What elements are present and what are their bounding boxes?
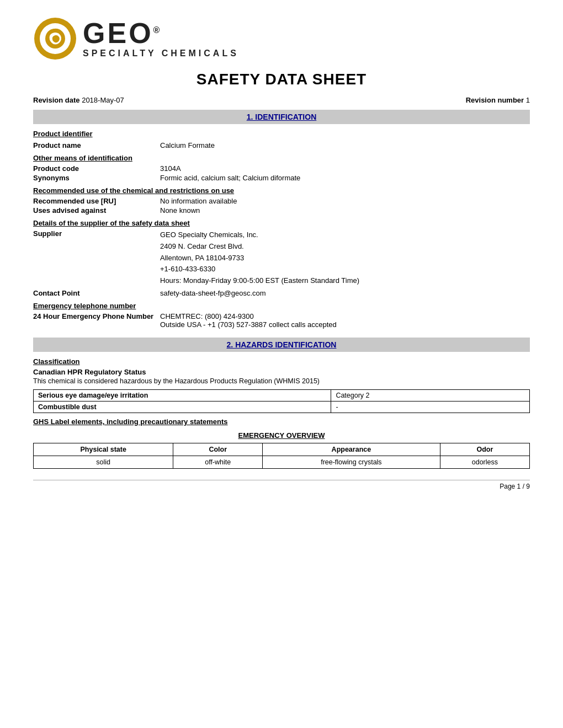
property-data-cell: off-white [173,456,263,468]
property-header-cell: Physical state [34,443,173,456]
document-title: SAFETY DATA SHEET [33,71,530,88]
page-number: Page 1 / 9 [33,483,530,490]
classification-table: Serious eye damage/eye irritationCategor… [33,389,530,413]
page-current: 1 [517,483,521,490]
emergency-phone-row: 24 Hour Emergency Phone Number CHEMTREC:… [33,312,530,329]
emergency-phone-values: CHEMTREC: (800) 424-9300 Outside USA - +… [160,312,337,329]
recommended-use-label: Recommended use [RU] [33,197,160,205]
canadian-hpr-text: This chemical is considered hazardous by… [33,377,530,385]
property-data-cell: solid [34,456,173,468]
other-means-heading: Other means of identification [33,154,530,162]
property-data-cell: free-flowing crystals [263,456,440,468]
emergency-phone-label: 24 Hour Emergency Phone Number [33,312,160,329]
uses-advised-value: None known [160,206,200,215]
supplier-row: Supplier GEO Specialty Chemicals, Inc. 2… [33,229,530,287]
supplier-line2: 2409 N. Cedar Crest Blvd. [160,241,359,253]
document-title-section: SAFETY DATA SHEET [33,71,530,88]
specialty-subtitle: SPECIALTY CHEMICALS [83,49,239,58]
product-name-value: Calcium Formate [160,141,530,149]
uses-advised-label: Uses advised against [33,206,160,215]
supplier-line1: GEO Specialty Chemicals, Inc. [160,229,359,241]
properties-header-row: Physical stateColorAppearanceOdor [34,443,530,456]
hazard-cell: Combustible dust [34,401,331,413]
product-name-label: Product name [33,141,160,149]
section1-header: 1. IDENTIFICATION [33,110,530,124]
supplier-label: Supplier [33,229,160,287]
logo-text: GEO® SPECIALTY CHEMICALS [83,19,239,58]
classification-heading: Classification [33,357,530,366]
ghs-label-heading: GHS Label elements, including precaution… [33,417,530,426]
contact-point-label: Contact Point [33,289,160,297]
category-cell: Category 2 [331,389,530,401]
product-code-synonyms: Product code 3104A Synonyms Formic acid,… [33,164,530,182]
page-total: 9 [526,483,530,490]
revision-number-value: 1 [526,96,530,104]
emergency-tel-heading: Emergency telephone number [33,302,530,310]
uses-advised-row: Uses advised against None known [33,206,530,215]
classification-row: Combustible dust- [34,401,530,413]
category-cell: - [331,401,530,413]
supplier-address: GEO Specialty Chemicals, Inc. 2409 N. Ce… [160,229,359,287]
product-name-row: Product name Calcium Formate [33,141,530,149]
properties-data-row: solidoff-whitefree-flowing crystalsodorl… [34,456,530,468]
recommended-use-heading: Recommended use of the chemical and rest… [33,186,530,195]
property-header-cell: Appearance [263,443,440,456]
emergency-phone-value2: Outside USA - +1 (703) 527-3887 collect … [160,320,337,329]
product-code-value: 3104A [160,164,181,173]
supplier-line4: +1-610-433-6330 [160,264,359,275]
synonyms-label: Synonyms [33,174,160,182]
supplier-heading: Details of the supplier of the safety da… [33,219,530,227]
page-separator: / [523,483,524,490]
classification-row: Serious eye damage/eye irritationCategor… [34,389,530,401]
properties-table: Physical stateColorAppearanceOdor solido… [33,443,530,469]
recommended-use-row: Recommended use [RU] No information avai… [33,197,530,205]
synonyms-value: Formic acid, calcium salt; Calcium difor… [160,174,300,182]
supplier-line5: Hours: Monday-Friday 9:00-5:00 EST (East… [160,275,359,287]
contact-point-row: Contact Point safety-data-sheet-fp@geosc… [33,289,530,297]
property-header-cell: Odor [440,443,529,456]
footer-divider [33,480,530,480]
property-data-cell: odorless [440,456,529,468]
emergency-overview-title: EMERGENCY OVERVIEW [33,431,530,440]
logo-section: GEO® SPECIALTY CHEMICALS [33,17,530,61]
company-name-text: GEO [83,17,153,49]
contact-point-value: safety-data-sheet-fp@geosc.com [160,289,266,297]
meta-row: Revision date 2018-May-07 Revision numbe… [33,96,530,104]
supplier-line3: Allentown, PA 18104-9733 [160,253,359,264]
section2-header: 2. HAZARDS IDENTIFICATION [33,338,530,352]
page-label: Page [500,483,515,490]
synonyms-row: Synonyms Formic acid, calcium salt; Calc… [33,174,530,182]
revision-date-label: Revision date 2018-May-07 [33,96,124,104]
revision-date-value: 2018-May-07 [82,96,124,104]
emergency-phone-value1: CHEMTREC: (800) 424-9300 [160,312,337,320]
revision-number-label: Revision number 1 [466,96,530,104]
product-code-label: Product code [33,164,160,173]
recommended-use-value: No information available [160,197,237,205]
recommended-use-block: Recommended use [RU] No information avai… [33,197,530,215]
property-header-cell: Color [173,443,263,456]
product-code-row: Product code 3104A [33,164,530,173]
registered-mark: ® [153,25,162,35]
geo-name: GEO® [83,19,239,47]
canadian-hpr-heading: Canadian HPR Regulatory Status [33,368,146,376]
product-identifier-heading: Product identifier [33,130,530,138]
geo-logo-icon [33,17,77,61]
hazard-cell: Serious eye damage/eye irritation [34,389,331,401]
